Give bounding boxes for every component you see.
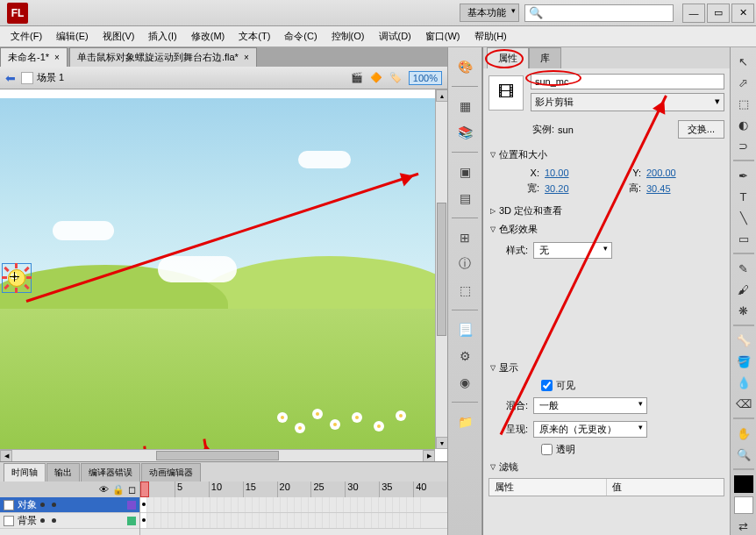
blend-dropdown[interactable]: 一般 [533, 397, 647, 414]
scroll-left-button[interactable]: ◀ [0, 450, 12, 461]
menu-help[interactable]: 帮助(H) [467, 27, 514, 46]
menu-view[interactable]: 视图(V) [96, 27, 142, 46]
layer-row[interactable]: 背景 [0, 513, 139, 529]
code-panel-icon[interactable]: 📃 [454, 319, 475, 340]
lasso-tool-icon[interactable]: ⊃ [734, 137, 753, 154]
section-color-effect[interactable]: ▽色彩效果 [489, 220, 724, 239]
tab-properties[interactable]: 属性 [487, 47, 529, 68]
x-value[interactable]: 10.00 [545, 168, 585, 178]
free-transform-icon[interactable]: ⬚ [734, 95, 753, 112]
close-icon[interactable]: × [54, 53, 60, 62]
frame-row[interactable] [140, 513, 447, 529]
instance-type-dropdown[interactable]: 影片剪辑 [531, 93, 724, 111]
tab-compiler-errors[interactable]: 编译器错误 [81, 463, 140, 482]
library-panel-icon[interactable]: 📚 [454, 122, 475, 143]
tab-motion-editor[interactable]: 动画编辑器 [141, 463, 201, 482]
stroke-color[interactable] [734, 475, 753, 493]
menu-window[interactable]: 窗口(W) [418, 27, 467, 46]
menu-debug[interactable]: 调试(D) [372, 27, 418, 46]
edit-scene-icon[interactable]: 🎬 [349, 70, 365, 86]
menu-modify[interactable]: 修改(M) [184, 27, 232, 46]
swap-colors-icon[interactable]: ⇄ [734, 517, 753, 535]
project-panel-icon[interactable]: 📁 [454, 411, 475, 432]
maximize-button[interactable]: ▭ [707, 4, 730, 23]
tab-timeline[interactable]: 时间轴 [4, 463, 46, 482]
section-display[interactable]: ▽显示 [489, 359, 724, 377]
lock-icon[interactable]: 🔒 [112, 484, 125, 496]
swap-button[interactable]: 交换... [678, 120, 724, 139]
search-box[interactable]: 🔍 [524, 4, 674, 22]
properties-panel-icon[interactable]: ▦ [454, 96, 475, 117]
paint-bucket-icon[interactable]: 🪣 [734, 353, 753, 370]
pen-tool-icon[interactable]: ✒ [734, 167, 753, 184]
menu-insert[interactable]: 插入(I) [141, 27, 183, 46]
layer-color[interactable] [127, 517, 136, 525]
doc-tab[interactable]: 单击鼠标对象螺旋运动到舞台右边.fla* × [69, 47, 257, 67]
menu-edit[interactable]: 编辑(E) [49, 27, 96, 46]
sun-instance[interactable]: ☺ [4, 265, 30, 291]
motion-presets-icon[interactable]: ◉ [454, 372, 475, 393]
width-value[interactable]: 30.20 [545, 183, 585, 194]
visible-checkbox[interactable] [541, 380, 553, 391]
deco-tool-icon[interactable]: ❋ [734, 302, 753, 319]
menu-commands[interactable]: 命令(C) [277, 27, 324, 46]
playhead[interactable] [140, 482, 149, 497]
tab-library[interactable]: 库 [529, 47, 561, 68]
color-style-dropdown[interactable]: 无 [533, 242, 612, 259]
selection-tool-icon[interactable]: ↖ [734, 53, 753, 70]
line-tool-icon[interactable]: ╲ [734, 209, 753, 226]
instance-name-input[interactable] [531, 74, 724, 89]
stage[interactable]: ☺ ▲ ▼ ◀ ▶ [0, 89, 447, 461]
info-panel-icon[interactable]: ⓘ [454, 253, 475, 275]
fill-color[interactable] [734, 496, 753, 514]
transform-panel-icon[interactable]: ⬚ [454, 280, 475, 301]
align-panel-icon[interactable]: ⊞ [454, 227, 475, 248]
layer-row[interactable]: 对象 [0, 497, 139, 513]
search-input[interactable] [546, 6, 673, 20]
render-dropdown[interactable]: 原来的（无更改） [533, 421, 647, 438]
components-panel-icon[interactable]: ⚙ [454, 346, 475, 367]
scroll-down-button[interactable]: ▼ [436, 437, 447, 449]
frame-ruler[interactable]: 1510152025303540 [140, 482, 447, 497]
layer-color[interactable] [127, 501, 136, 510]
menu-file[interactable]: 文件(F) [4, 27, 49, 46]
close-button[interactable]: ✕ [731, 4, 754, 23]
frames-area[interactable]: 1510152025303540 [140, 482, 447, 535]
scroll-right-button[interactable]: ▶ [423, 450, 435, 461]
bone-tool-icon[interactable]: 🦴 [734, 332, 753, 349]
back-arrow-icon[interactable]: ⬅ [5, 71, 16, 85]
minimize-button[interactable]: — [682, 4, 705, 23]
zoom-value[interactable]: 100% [409, 71, 442, 85]
doc-tab[interactable]: 未命名-1* × [0, 47, 68, 67]
section-filters[interactable]: ▽滤镜 [489, 458, 724, 476]
horizontal-scrollbar[interactable]: ◀ ▶ [0, 449, 435, 461]
hand-tool-icon[interactable]: ✋ [734, 424, 753, 442]
eye-icon[interactable]: 👁 [99, 484, 109, 495]
eyedropper-icon[interactable]: 💧 [734, 374, 753, 391]
outline-icon[interactable]: ◻ [128, 484, 136, 496]
transparent-checkbox[interactable] [541, 444, 553, 455]
frame-row[interactable] [140, 497, 447, 513]
close-icon[interactable]: × [244, 53, 249, 62]
scroll-up-button[interactable]: ▲ [436, 89, 447, 102]
zoom-tool-icon[interactable]: 🔍 [734, 446, 753, 463]
tools-panel-icon[interactable]: 🎨 [454, 56, 475, 77]
tab-output[interactable]: 输出 [46, 463, 80, 482]
menu-text[interactable]: 文本(T) [232, 27, 277, 46]
y-value[interactable]: 200.00 [646, 168, 687, 178]
text-tool-icon[interactable]: T [734, 188, 753, 205]
swatches-panel-icon[interactable]: ▤ [454, 188, 475, 209]
section-position-size[interactable]: ▽位置和大小 [489, 146, 724, 164]
eraser-tool-icon[interactable]: ⌫ [734, 395, 753, 412]
zoom-icon[interactable]: 🏷️ [388, 70, 403, 86]
height-value[interactable]: 30.45 [646, 183, 687, 194]
brush-tool-icon[interactable]: 🖌 [734, 281, 753, 298]
subselection-tool-icon[interactable]: ⬀ [734, 74, 753, 91]
rectangle-tool-icon[interactable]: ▭ [734, 230, 753, 247]
vertical-scrollbar[interactable]: ▲ ▼ [435, 89, 447, 449]
3d-rotation-icon[interactable]: ◐ [734, 116, 753, 133]
menu-control[interactable]: 控制(O) [325, 27, 372, 46]
workspace-dropdown[interactable]: 基本功能 [460, 4, 519, 22]
color-panel-icon[interactable]: ▣ [454, 161, 475, 182]
edit-symbol-icon[interactable]: 🔶 [368, 70, 384, 86]
